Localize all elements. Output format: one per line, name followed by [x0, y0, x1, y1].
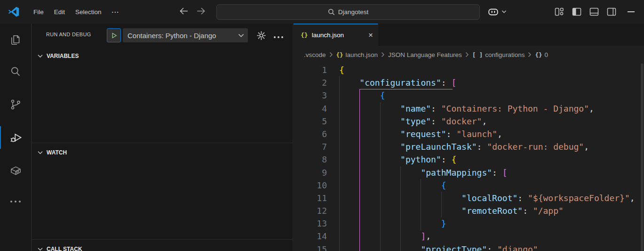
views-more-actions-icon[interactable] — [274, 36, 283, 38]
breadcrumb-symbol-configurations[interactable]: [ ] configurations — [472, 51, 525, 58]
run-debug-toolbar: RUN AND DEBUG Containers: Python - Djang… — [32, 24, 293, 47]
symbol-object-icon: {} — [535, 51, 542, 58]
menu-selection[interactable]: Selection — [70, 6, 107, 18]
menu-bar: FileEditSelection ··· — [6, 0, 125, 24]
line-number[interactable]: 3 — [294, 89, 339, 102]
go-forward-button[interactable] — [196, 6, 206, 16]
line-number[interactable]: 15 — [294, 243, 339, 251]
code-line[interactable]: 10 { — [294, 179, 644, 192]
line-number[interactable]: 7 — [294, 140, 339, 153]
line-number[interactable]: 10 — [294, 179, 339, 192]
toggle-secondary-sidebar-icon[interactable] — [606, 7, 617, 17]
search-sidebar-icon[interactable] — [0, 60, 31, 83]
line-number[interactable]: 9 — [294, 166, 339, 179]
section-divider — [32, 143, 293, 143]
code-line[interactable]: 12 "remoteRoot": "/app" — [294, 204, 644, 217]
code-text: "configurations": [ — [339, 76, 456, 89]
json-file-icon: {} — [301, 32, 308, 39]
window-minimize-button[interactable] — [628, 11, 635, 12]
code-line[interactable]: 4 "name": "Containers: Python - Django", — [294, 102, 644, 115]
chevron-down-icon — [38, 54, 43, 58]
code-text: "projectType": "django" — [339, 243, 538, 251]
variables-section-header[interactable]: VARIABLES — [32, 50, 293, 62]
code-text: { — [339, 89, 385, 102]
toggle-primary-sidebar-icon[interactable] — [572, 7, 582, 17]
explorer-icon[interactable] — [0, 29, 31, 51]
line-number[interactable]: 11 — [294, 192, 339, 204]
toggle-panel-icon[interactable] — [589, 7, 599, 17]
menu-edit[interactable]: Edit — [49, 6, 70, 18]
code-line[interactable]: 8 "python": { — [294, 153, 644, 166]
section-label: CALL STACK — [47, 246, 82, 251]
indent-guide — [339, 76, 340, 251]
code-line[interactable]: 13 } — [294, 217, 644, 230]
code-editor[interactable]: 1{2 "configurations": [3 {4 "name": "Con… — [294, 64, 644, 251]
code-line[interactable]: 5 "type": "docker", — [294, 115, 644, 128]
code-line[interactable]: 3 { — [294, 89, 644, 102]
source-control-icon[interactable] — [0, 93, 31, 116]
editor-group: {} launch.json × .vscode {} launch.json … — [294, 24, 644, 251]
code-text: "localRoot": "${workspaceFolder}", — [339, 192, 635, 204]
containers-icon[interactable] — [0, 159, 31, 182]
code-line[interactable]: 2 "configurations": [ — [294, 76, 644, 89]
line-number[interactable]: 14 — [294, 230, 339, 243]
bracket-pair-guide — [359, 89, 453, 89]
menubar-items: FileEditSelection — [28, 6, 107, 18]
line-number[interactable]: 6 — [294, 128, 339, 140]
sidebar-title: RUN AND DEBUG — [46, 32, 91, 37]
chevron-down-icon — [38, 247, 43, 251]
go-back-button[interactable] — [179, 6, 189, 16]
line-number[interactable]: 5 — [294, 115, 339, 128]
line-number[interactable]: 8 — [294, 153, 339, 166]
code-text: } — [339, 217, 446, 230]
run-and-debug-icon[interactable] — [0, 126, 31, 149]
tab-label: launch.json — [312, 32, 344, 39]
tab-launch-json[interactable]: {} launch.json × — [294, 24, 378, 46]
json-file-icon: {} — [336, 51, 343, 58]
configure-gear-icon[interactable] — [257, 31, 266, 40]
bracket-pair-guide — [359, 89, 360, 251]
code-line[interactable]: 6 "request": "launch", — [294, 128, 644, 140]
search-icon — [328, 8, 335, 16]
line-number[interactable]: 13 — [294, 217, 339, 230]
line-number[interactable]: 4 — [294, 102, 339, 115]
more-views-icon[interactable] — [0, 190, 31, 213]
close-icon[interactable]: × — [368, 31, 373, 39]
copilot-icon — [487, 7, 499, 17]
code-lines: 1{2 "configurations": [3 {4 "name": "Con… — [294, 64, 644, 251]
breadcrumb-symbol-0[interactable]: {} 0 — [535, 51, 548, 58]
breadcrumb: .vscode {} launch.json JSON Language Fea… — [294, 46, 644, 64]
section-label: WATCH — [47, 149, 67, 156]
code-line[interactable]: 9 "pathMappings": [ — [294, 166, 644, 179]
line-number[interactable]: 12 — [294, 204, 339, 217]
activity-bar — [0, 24, 32, 251]
search-value: Djangotest — [338, 8, 369, 16]
breadcrumb-file[interactable]: {} launch.json — [336, 51, 378, 58]
code-line[interactable]: 14 ], — [294, 230, 644, 243]
command-center-search[interactable]: Djangotest — [216, 4, 480, 20]
code-text: ], — [339, 230, 431, 243]
start-debugging-button[interactable] — [107, 28, 121, 42]
indent-guide — [380, 102, 381, 251]
code-line[interactable]: 15 "projectType": "django" — [294, 243, 644, 251]
line-number[interactable]: 1 — [294, 64, 339, 76]
code-line[interactable]: 7 "preLaunchTask": "docker-run: debug", — [294, 140, 644, 153]
code-line[interactable]: 1{ — [294, 64, 644, 76]
menu-more-button[interactable]: ··· — [107, 6, 125, 18]
copilot-menu[interactable] — [487, 7, 507, 17]
line-number[interactable]: 2 — [294, 76, 339, 89]
section-label: VARIABLES — [47, 53, 79, 59]
call-stack-section-header[interactable]: CALL STACK — [32, 243, 293, 251]
breadcrumb-language-feature[interactable]: JSON Language Features — [388, 51, 462, 58]
editor-scrollbar[interactable] — [641, 64, 644, 251]
symbol-array-icon: [ ] — [472, 51, 483, 58]
code-line[interactable]: 11 "localRoot": "${workspaceFolder}", — [294, 192, 644, 204]
watch-section-header[interactable]: WATCH — [32, 147, 293, 158]
breadcrumb-folder[interactable]: .vscode — [304, 51, 326, 58]
debug-configuration-dropdown[interactable]: Containers: Python - Django — [123, 28, 248, 42]
menu-file[interactable]: File — [28, 6, 49, 18]
code-text: "name": "Containers: Python - Django", — [339, 102, 594, 115]
chevron-down-icon — [238, 33, 244, 38]
customize-layout-icon[interactable] — [554, 7, 564, 17]
code-text: "remoteRoot": "/app" — [339, 204, 564, 217]
